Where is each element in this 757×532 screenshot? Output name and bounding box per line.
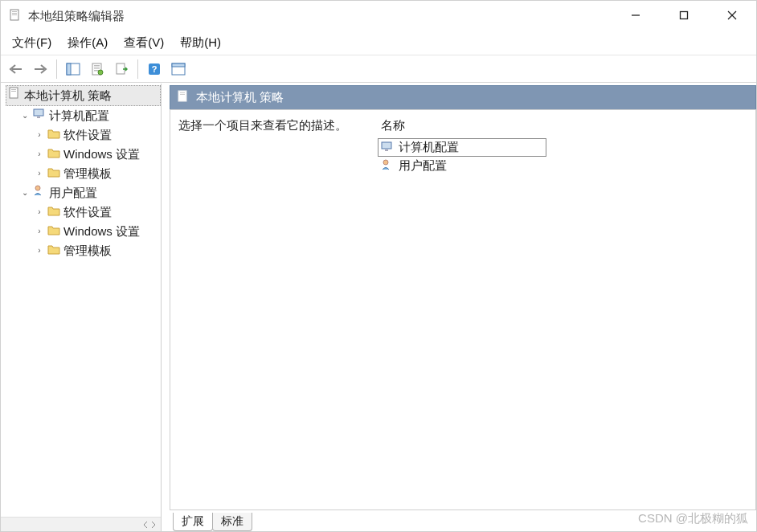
svg-rect-5 <box>681 12 688 19</box>
list-item-label: 用户配置 <box>399 158 447 174</box>
svg-text:?: ? <box>152 64 158 74</box>
svg-rect-28 <box>178 91 186 101</box>
export-button[interactable] <box>111 59 132 80</box>
item-list[interactable]: 名称 计算机配置 用户配置 <box>371 110 755 509</box>
user-icon <box>33 183 46 203</box>
tree-user-label: 用户配置 <box>49 183 97 203</box>
svg-point-16 <box>98 70 103 75</box>
svg-rect-22 <box>10 88 18 98</box>
document-icon <box>177 90 190 105</box>
minimize-button[interactable] <box>612 1 660 30</box>
folder-icon <box>47 203 60 222</box>
collapse-icon[interactable]: ⌄ <box>20 183 30 203</box>
svg-rect-11 <box>67 63 71 75</box>
svg-rect-13 <box>94 65 100 67</box>
computer-icon <box>381 140 394 155</box>
svg-rect-21 <box>172 63 185 67</box>
details-pane: 本地计算机 策略 选择一个项目来查看它的描述。 名称 计算机配置 用户配置 扩展… <box>162 84 756 531</box>
list-item-user-config[interactable]: 用户配置 <box>378 157 749 175</box>
tree-user-software[interactable]: › 软件设置 <box>35 203 161 222</box>
menu-file[interactable]: 文件(F) <box>4 32 59 54</box>
tree-computer-label: 计算机配置 <box>49 106 109 125</box>
svg-rect-24 <box>11 91 16 92</box>
svg-rect-3 <box>12 14 17 15</box>
document-icon <box>9 9 22 24</box>
expand-icon[interactable]: › <box>35 241 44 260</box>
tree-user-config[interactable]: ⌄ 用户配置 <box>20 183 161 203</box>
folder-icon <box>47 125 60 145</box>
user-icon <box>381 158 394 174</box>
tree-computer-software[interactable]: › 软件设置 <box>35 125 161 145</box>
description-prompt: 选择一个项目来查看它的描述。 <box>178 118 347 132</box>
separator <box>56 59 57 79</box>
tree-user-templates[interactable]: › 管理模板 <box>35 241 161 260</box>
label: Windows 设置 <box>63 222 140 241</box>
folder-icon <box>47 145 60 164</box>
tab-standard[interactable]: 标准 <box>212 513 252 531</box>
horizontal-scrollbar[interactable] <box>1 517 161 531</box>
tree-computer-config[interactable]: ⌄ 计算机配置 <box>20 106 161 125</box>
maximize-button[interactable] <box>660 1 708 30</box>
expand-icon[interactable]: › <box>35 145 44 164</box>
tree-computer-templates[interactable]: › 管理模板 <box>35 164 161 183</box>
list-item-computer-config[interactable]: 计算机配置 <box>378 138 546 157</box>
folder-icon <box>47 164 60 183</box>
help-button[interactable]: ? <box>144 59 165 80</box>
menu-help[interactable]: 帮助(H) <box>172 32 229 54</box>
tree-root-label: 本地计算机 策略 <box>24 86 112 105</box>
label: 管理模板 <box>63 164 112 183</box>
svg-rect-14 <box>94 68 100 69</box>
forward-button[interactable] <box>30 59 51 80</box>
tree[interactable]: 本地计算机 策略 ⌄ 计算机配置 › <box>1 84 161 517</box>
computer-icon <box>33 106 46 125</box>
svg-rect-30 <box>180 94 185 95</box>
label: 软件设置 <box>63 203 112 222</box>
properties-button[interactable] <box>87 59 108 80</box>
label: Windows 设置 <box>63 145 140 164</box>
label: 管理模板 <box>63 241 112 260</box>
window-controls <box>612 1 756 31</box>
collapse-icon[interactable]: ⌄ <box>20 106 30 125</box>
expand-icon[interactable]: › <box>35 125 44 145</box>
expand-icon[interactable]: › <box>35 164 44 183</box>
svg-rect-26 <box>37 117 40 118</box>
folder-icon <box>47 222 60 241</box>
details-header: 本地计算机 策略 <box>170 85 756 109</box>
toolbar: ? <box>1 55 756 83</box>
tree-user-windows[interactable]: › Windows 设置 <box>35 222 161 241</box>
document-icon <box>8 86 21 105</box>
scroll-left-icon <box>141 521 149 529</box>
tree-pane: 本地计算机 策略 ⌄ 计算机配置 › <box>1 84 162 531</box>
svg-rect-31 <box>382 142 391 149</box>
svg-rect-29 <box>180 92 185 93</box>
label: 软件设置 <box>63 125 112 145</box>
show-hide-tree-button[interactable] <box>63 59 84 80</box>
menu-view[interactable]: 查看(V) <box>116 32 172 54</box>
svg-rect-25 <box>34 109 43 116</box>
column-name[interactable]: 名称 <box>378 117 749 138</box>
tree-computer-windows[interactable]: › Windows 设置 <box>35 145 161 164</box>
tree-root[interactable]: 本地计算机 策略 <box>6 85 161 106</box>
svg-point-27 <box>35 186 40 190</box>
details-header-title: 本地计算机 策略 <box>196 90 284 105</box>
expand-icon[interactable]: › <box>35 203 44 222</box>
svg-point-33 <box>383 160 388 165</box>
svg-rect-2 <box>12 13 17 14</box>
separator <box>137 59 138 79</box>
scroll-right-icon <box>149 521 158 529</box>
back-button[interactable] <box>6 59 27 80</box>
close-button[interactable] <box>708 1 756 30</box>
expand-icon[interactable]: › <box>35 222 44 241</box>
titlebar: 本地组策略编辑器 <box>1 1 756 31</box>
menu-action[interactable]: 操作(A) <box>59 32 116 54</box>
window-title: 本地组策略编辑器 <box>28 9 612 24</box>
filter-button[interactable] <box>168 59 189 80</box>
tab-extended[interactable]: 扩展 <box>173 513 213 531</box>
workspace: 本地计算机 策略 ⌄ 计算机配置 › <box>1 83 756 531</box>
svg-rect-23 <box>11 89 16 90</box>
folder-icon <box>47 241 60 260</box>
svg-rect-32 <box>385 149 388 151</box>
details-tabs: 扩展 标准 <box>170 510 756 531</box>
menubar: 文件(F) 操作(A) 查看(V) 帮助(H) <box>1 31 756 55</box>
list-item-label: 计算机配置 <box>399 140 459 155</box>
